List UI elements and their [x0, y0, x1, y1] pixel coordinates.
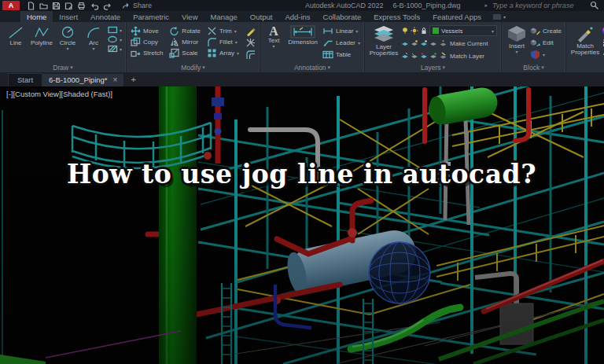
panel-label-block[interactable]: Block: [502, 62, 565, 72]
make-current-tool[interactable]: Make Current: [439, 38, 488, 49]
tab-collaborate[interactable]: Collaborate: [317, 11, 368, 22]
layer-tool-icon[interactable]: [420, 39, 428, 47]
search-icon[interactable]: [590, 1, 599, 10]
undo-icon[interactable]: [90, 2, 99, 10]
edit-block-tool[interactable]: Edit: [530, 37, 562, 48]
copy-label: Copy: [143, 39, 158, 46]
offset-tool[interactable]: [245, 50, 256, 60]
tab-home[interactable]: Home: [20, 11, 53, 22]
match-layer-tool[interactable]: Match Layer: [439, 50, 484, 61]
match-properties-tool[interactable]: Match Properties: [570, 25, 600, 56]
move-tool[interactable]: Move: [131, 25, 163, 36]
tab-parametric[interactable]: Parametric: [127, 11, 175, 22]
new-tab-button[interactable]: +: [123, 73, 142, 86]
rotate-tool[interactable]: Rotate: [169, 25, 201, 36]
text-tool[interactable]: A Text ▾: [264, 25, 283, 49]
polyline-tool[interactable]: Polyline: [30, 25, 53, 46]
panel-label-draw[interactable]: Draw: [0, 62, 126, 72]
array-tool[interactable]: Array ▾: [207, 47, 239, 58]
open-folder-icon[interactable]: [39, 2, 48, 10]
insert-block-icon: [506, 25, 527, 42]
layer-off-icon[interactable]: [401, 27, 409, 35]
layer-tool-icon[interactable]: [401, 52, 409, 60]
ellipse-tool[interactable]: ▾: [108, 35, 122, 43]
tab-insert[interactable]: Insert: [53, 11, 84, 22]
quick-access-toolbar: [27, 2, 112, 10]
layer-lock-icon[interactable]: [420, 27, 428, 35]
layer-properties-label: Layer Properties: [369, 44, 399, 57]
leader-tool[interactable]: Leader ▾: [322, 37, 360, 48]
layer-tool-icon[interactable]: [429, 39, 437, 47]
panel-label-properties[interactable]: Properties: [566, 62, 604, 72]
layer-select[interactable]: Vessels ▾: [429, 25, 497, 36]
fillet-tool[interactable]: Fillet ▾: [207, 36, 239, 47]
search-input[interactable]: [491, 1, 587, 10]
layer-tool-icon[interactable]: [411, 39, 418, 47]
save-as-icon[interactable]: [64, 2, 73, 10]
layer-tool-icon[interactable]: [411, 52, 418, 60]
share-button[interactable]: Share: [122, 2, 152, 9]
rectangle-tool[interactable]: ▾: [108, 26, 122, 34]
erase-tool[interactable]: [245, 26, 256, 36]
layer-tool-icon[interactable]: [420, 52, 428, 60]
layer-tool-icon[interactable]: [401, 39, 409, 47]
insert-block-tool[interactable]: Insert ▾: [506, 25, 528, 54]
linear-icon: [322, 27, 333, 35]
panel-label-layers[interactable]: Layers: [365, 62, 501, 72]
viewport-menu-control[interactable]: [-]: [6, 90, 13, 98]
arc-label: Arc: [89, 40, 98, 46]
file-tab-bar: Start 6-B-1000_Piping* × +: [0, 72, 604, 86]
layer-color-swatch: [433, 28, 439, 34]
hatch-tool[interactable]: ▾: [108, 45, 122, 53]
dimension-tool[interactable]: Dimension: [285, 25, 320, 46]
line-tool[interactable]: Line: [4, 25, 28, 46]
match-layer-icon: [439, 52, 447, 60]
dimension-icon: [290, 25, 315, 39]
view-control[interactable]: [Custom View]: [13, 90, 61, 98]
arc-tool[interactable]: Arc ▾: [82, 25, 105, 51]
stretch-tool[interactable]: Stretch: [131, 47, 163, 58]
panel-label-annotation[interactable]: Annotation: [260, 62, 364, 72]
tab-featured-apps[interactable]: Featured Apps: [426, 11, 488, 22]
new-file-icon[interactable]: [27, 2, 35, 10]
start-tab[interactable]: Start: [8, 73, 42, 86]
drawing-tab[interactable]: 6-B-1000_Piping* ×: [42, 74, 123, 86]
offset-icon: [245, 50, 256, 60]
redo-icon[interactable]: [103, 2, 112, 10]
circle-tool[interactable]: Circle ▾: [56, 25, 79, 51]
document-title: 6-B-1000_Piping.dwg: [393, 2, 461, 9]
create-block-tool[interactable]: Create: [530, 25, 562, 36]
table-tool[interactable]: Table: [322, 49, 360, 60]
plot-icon[interactable]: [77, 2, 86, 10]
layer-properties-tool[interactable]: Layer Properties: [369, 25, 399, 57]
app-menu-button[interactable]: A: [2, 1, 20, 10]
block-attributes-tool[interactable]: ▾: [530, 49, 562, 60]
chevron-down-icon: ▾: [358, 40, 360, 46]
visual-style-control[interactable]: [Shaded (Fast)]: [61, 90, 112, 98]
close-tab-icon[interactable]: ×: [113, 76, 118, 83]
copy-tool[interactable]: Copy: [131, 36, 163, 47]
app-title: Autodesk AutoCAD 2022: [305, 2, 384, 9]
create-block-icon: [530, 27, 540, 35]
save-icon[interactable]: [52, 2, 61, 10]
thumbnail-title: How to use jog line in autocad?: [67, 159, 536, 189]
tab-view[interactable]: View: [175, 11, 204, 22]
tab-manage[interactable]: Manage: [204, 11, 244, 22]
linear-tool[interactable]: Linear ▾: [322, 25, 360, 36]
layer-tool-icon[interactable]: [429, 52, 437, 60]
ribbon-options-button[interactable]: ▾: [488, 11, 510, 22]
explode-tool[interactable]: [245, 38, 256, 48]
trim-tool[interactable]: Trim ▾: [207, 25, 239, 36]
mirror-label: Mirror: [182, 39, 198, 46]
scale-tool[interactable]: Scale: [169, 47, 201, 58]
layer-freeze-icon[interactable]: [411, 27, 418, 35]
panel-label-modify[interactable]: Modify: [127, 62, 260, 72]
chevron-down-icon: ▾: [235, 39, 238, 45]
mirror-tool[interactable]: Mirror: [169, 36, 201, 47]
circle-icon: [60, 25, 76, 39]
drawing-viewport[interactable]: [-] [Custom View] [Shaded (Fast)] How to…: [0, 86, 604, 364]
tab-annotate[interactable]: Annotate: [84, 11, 127, 22]
tab-output[interactable]: Output: [244, 11, 279, 22]
tab-addins[interactable]: Add-ins: [278, 11, 316, 22]
tab-express-tools[interactable]: Express Tools: [367, 11, 426, 22]
